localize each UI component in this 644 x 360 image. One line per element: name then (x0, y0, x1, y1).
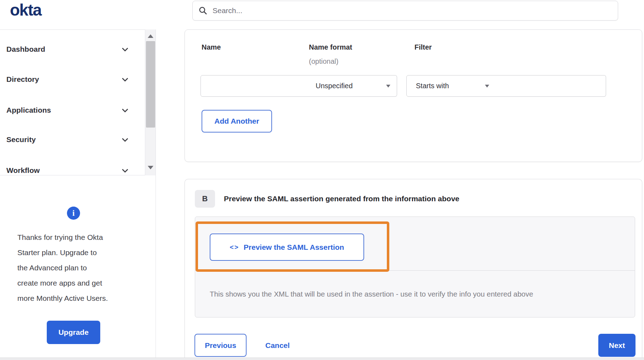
global-search[interactable] (192, 1, 618, 21)
code-brackets-icon: <> (230, 243, 239, 251)
sidebar-item-label: Dashboard (6, 45, 45, 54)
scrollbar-up-arrow-icon[interactable] (148, 34, 153, 38)
sidebar-right-border (156, 29, 156, 360)
search-input[interactable] (213, 6, 612, 15)
upgrade-note: Thanks for trying the Okta Starter plan.… (17, 230, 145, 306)
sidebar-scrollbar[interactable] (145, 29, 156, 175)
sidebar-nav: Dashboard Directory Applications Securit… (0, 29, 156, 175)
preview-saml-assertion-button[interactable]: <> Preview the SAML Assertion (210, 234, 364, 261)
sidebar-item-workflow[interactable]: Workflow (0, 162, 142, 179)
scrollbar-down-arrow-icon[interactable] (148, 166, 153, 169)
filter-value-input[interactable] (496, 75, 606, 97)
preview-button-label: Preview the SAML Assertion (244, 243, 344, 252)
preview-panel-note: This shows you the XML that will be used… (195, 271, 635, 317)
preview-saml-card: B Preview the SAML assertion generated f… (185, 179, 642, 360)
sidebar-item-label: Workflow (6, 166, 40, 175)
chevron-down-icon (120, 135, 130, 144)
name-input[interactable] (200, 75, 307, 97)
attribute-statements-card: Name Name format (optional) Filter Unspe… (185, 29, 642, 162)
preview-panel: This shows you the XML that will be used… (195, 216, 635, 317)
sidebar-item-applications[interactable]: Applications (0, 102, 142, 118)
filter-column-label: Filter (414, 43, 432, 51)
cancel-link[interactable]: Cancel (265, 334, 290, 357)
chevron-down-icon (120, 106, 130, 115)
upgrade-note-line: Starter plan. Upgrade to (17, 245, 145, 260)
okta-logo: okta (10, 0, 41, 20)
scrollbar-thumb[interactable] (146, 41, 155, 128)
filter-type-selected-value: Starts with (416, 82, 449, 90)
upgrade-note-line: create more apps and get (17, 275, 145, 291)
chevron-down-icon (120, 166, 130, 175)
sidebar-item-label: Directory (6, 75, 39, 84)
select-caret-icon (485, 85, 489, 88)
upgrade-button[interactable]: Upgrade (47, 321, 100, 344)
sidebar-item-label: Security (6, 135, 36, 144)
info-icon: i (67, 207, 80, 220)
name-format-select[interactable]: Unspecified (306, 75, 397, 97)
next-button[interactable]: Next (598, 334, 635, 357)
chevron-down-icon (120, 75, 130, 84)
filter-type-select[interactable]: Starts with (406, 75, 496, 97)
preview-section-title: Preview the SAML assertion generated fro… (224, 195, 459, 203)
add-another-button[interactable]: Add Another (202, 110, 272, 133)
select-caret-icon (386, 85, 390, 88)
name-format-selected-value: Unspecified (316, 82, 353, 90)
sidebar-item-security[interactable]: Security (0, 131, 142, 148)
sidebar-item-directory[interactable]: Directory (0, 71, 142, 88)
upgrade-note-line: the Advanced plan to (17, 260, 145, 275)
upgrade-note-line: more Monthly Active Users. (17, 291, 145, 306)
sidebar-item-dashboard[interactable]: Dashboard (0, 41, 142, 57)
search-icon (198, 6, 208, 15)
step-b-badge: B (195, 190, 215, 208)
horizontal-scrollbar[interactable] (0, 358, 644, 360)
name-format-column-label: Name format (309, 43, 352, 51)
previous-button[interactable]: Previous (194, 334, 247, 357)
name-column-label: Name (202, 43, 221, 51)
chevron-down-icon (120, 45, 130, 54)
sidebar-item-label: Applications (6, 106, 51, 114)
name-format-optional-hint: (optional) (309, 57, 338, 66)
okta-admin-page: okta Dashboard Directory Applications Se… (0, 0, 644, 360)
upgrade-note-line: Thanks for trying the Okta (17, 230, 145, 245)
